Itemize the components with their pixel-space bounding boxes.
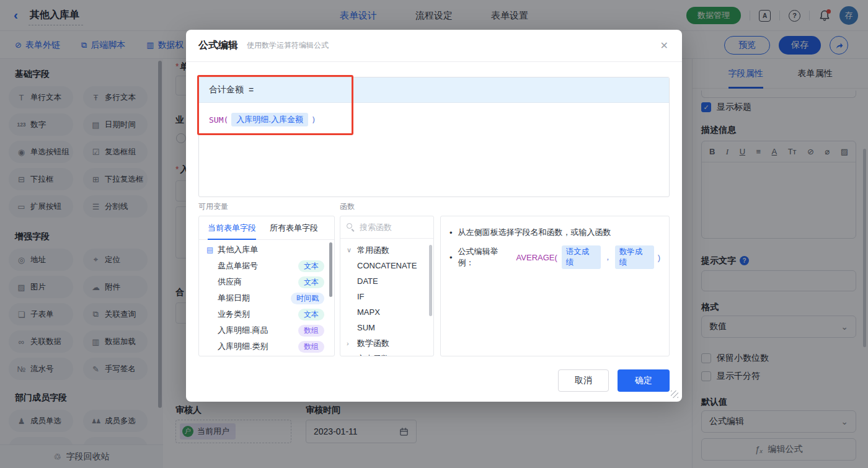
example-function-keyword: AVERAGE( (516, 253, 557, 262)
example-comma: ， (604, 252, 612, 263)
chevron-right-icon: › (347, 355, 353, 357)
function-item-concatenate[interactable]: CONCATENATE (340, 258, 433, 273)
variable-item[interactable]: 入库明细.类别 数组 (199, 338, 334, 355)
example-field-chip: 数学成绩 (615, 245, 654, 269)
tip-text: 从左侧面板选择字段名和函数，或输入函数 (458, 227, 611, 238)
tab-current-form-fields[interactable]: 当前表单字段 (208, 216, 256, 240)
function-group-text[interactable]: › 文本函数 (340, 351, 433, 356)
field-reference-chip[interactable]: 入库明细.入库金额 (231, 113, 308, 126)
bullet-icon: • (450, 253, 453, 262)
resize-handle[interactable] (671, 391, 678, 398)
bullet-icon: • (450, 228, 453, 237)
field-type-chip: 文本 (298, 309, 324, 320)
dialog-title: 公式编辑 (198, 39, 238, 52)
close-paren: ) (311, 115, 316, 125)
function-item-if[interactable]: IF (340, 289, 433, 304)
dialog-subtitle: 使用数学运算符编辑公式 (247, 40, 329, 51)
field-type-chip: 文本 (298, 260, 324, 272)
formula-target-field: 合计金额 (209, 84, 244, 95)
search-icon (347, 223, 355, 231)
function-item-date[interactable]: DATE (340, 273, 433, 289)
confirm-button[interactable]: 确定 (618, 369, 670, 392)
tab-all-form-fields[interactable]: 所有表单字段 (270, 216, 318, 240)
variable-item[interactable]: 业务类别 文本 (199, 306, 334, 322)
variables-scrollbar[interactable] (329, 242, 332, 297)
variable-item-partial[interactable] (199, 355, 334, 356)
example-field-chip: 语文成绩 (562, 245, 601, 269)
example-close-paren: ) (658, 253, 660, 262)
field-type-chip: 数组 (298, 341, 324, 353)
cancel-button[interactable]: 取消 (558, 369, 609, 392)
function-item-sum[interactable]: SUM (340, 320, 433, 335)
variable-item[interactable]: 供应商 文本 (199, 274, 334, 290)
form-name: 其他入库单 (218, 244, 258, 255)
field-type-chip: 时间戳 (291, 293, 324, 304)
field-type-chip: 数组 (298, 325, 324, 337)
function-search-input[interactable] (360, 223, 427, 232)
function-keyword: SUM( (209, 115, 228, 125)
function-search[interactable] (340, 216, 433, 239)
field-type-chip: 文本 (298, 276, 324, 288)
functions-panel: ∨ 常用函数 CONCATENATE DATE IF MAPX SUM › 数学… (340, 216, 434, 356)
variables-panel: 当前表单字段 所有表单字段 ▤ 其他入库单 盘点单据号 文本 供应商 文本 单据… (198, 216, 335, 356)
variable-tree-root[interactable]: ▤ 其他入库单 (199, 242, 334, 258)
formula-target-row: 合计金额 = (199, 77, 669, 103)
tips-panel: • 从左侧面板选择字段名和函数，或输入函数 • 公式编辑举例： AVERAGE(… (440, 216, 670, 356)
variable-item[interactable]: 盘点单据号 文本 (199, 258, 334, 274)
form-icon: ▤ (206, 245, 213, 254)
close-icon[interactable]: ✕ (660, 40, 668, 51)
function-group-math[interactable]: › 数学函数 (340, 335, 433, 351)
tip-example-prefix: 公式编辑举例： (458, 246, 513, 268)
variable-item[interactable]: 入库明细.商品 数组 (199, 322, 334, 338)
formula-editor[interactable]: 合计金额 = SUM( 入库明细.入库金额 ) (198, 77, 670, 197)
formula-expression[interactable]: SUM( 入库明细.入库金额 ) (199, 103, 669, 136)
chevron-down-icon: ∨ (347, 246, 353, 254)
function-group-common[interactable]: ∨ 常用函数 (340, 242, 433, 258)
function-item-mapx[interactable]: MAPX (340, 304, 433, 320)
variable-item[interactable]: 单据日期 时间戳 (199, 290, 334, 306)
equals-sign: = (249, 85, 254, 95)
variables-label: 可用变量 (198, 201, 228, 212)
functions-scrollbar[interactable] (429, 245, 432, 316)
formula-edit-dialog: 公式编辑 使用数学运算符编辑公式 ✕ 合计金额 = SUM( 入库明细.入库金额… (186, 30, 682, 402)
chevron-right-icon: › (347, 340, 353, 347)
functions-label: 函数 (340, 201, 355, 212)
